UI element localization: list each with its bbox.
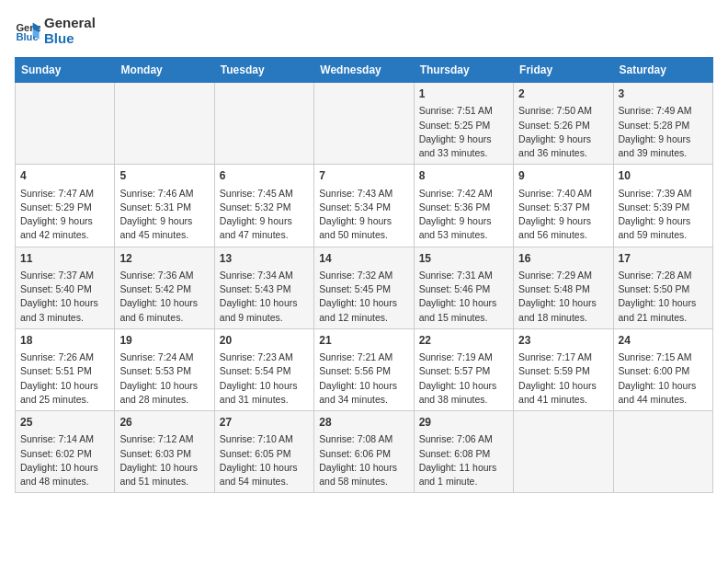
calendar-cell: 21Sunrise: 7:21 AMSunset: 5:56 PMDayligh… — [314, 328, 414, 410]
day-info-text: Sunrise: 7:43 AM — [319, 187, 408, 201]
day-info-text: Daylight: 10 hours and 38 minutes. — [419, 379, 508, 407]
day-info-text: Daylight: 10 hours and 15 minutes. — [419, 296, 508, 324]
day-info-text: Daylight: 10 hours and 34 minutes. — [319, 379, 408, 407]
day-info-text: Sunrise: 7:40 AM — [518, 187, 608, 201]
day-info-text: Daylight: 10 hours and 48 minutes. — [20, 461, 109, 488]
day-info-text: Sunset: 5:28 PM — [619, 119, 708, 132]
calendar-cell: 26Sunrise: 7:12 AMSunset: 6:03 PMDayligh… — [115, 411, 214, 493]
day-info-text: Sunset: 5:29 PM — [20, 201, 109, 214]
day-info-text: Sunset: 5:34 PM — [319, 201, 408, 214]
day-info-text: Sunrise: 7:32 AM — [319, 269, 408, 282]
day-info-text: Sunrise: 7:47 AM — [20, 187, 109, 201]
day-info-text: Sunrise: 7:51 AM — [419, 104, 508, 118]
day-number: 27 — [220, 415, 309, 431]
day-number: 4 — [20, 168, 109, 184]
calendar-cell: 24Sunrise: 7:15 AMSunset: 6:00 PMDayligh… — [613, 328, 712, 410]
day-info-text: Sunset: 5:53 PM — [119, 364, 209, 378]
calendar-cell: 25Sunrise: 7:14 AMSunset: 6:02 PMDayligh… — [16, 411, 115, 493]
calendar-cell: 19Sunrise: 7:24 AMSunset: 5:53 PMDayligh… — [115, 328, 214, 410]
day-info-text: Daylight: 10 hours and 12 minutes. — [319, 296, 408, 324]
day-info-text: Daylight: 9 hours and 50 minutes. — [319, 214, 408, 242]
calendar-cell — [16, 83, 115, 165]
calendar-header-row: SundayMondayTuesdayWednesdayThursdayFrid… — [16, 58, 713, 83]
calendar-cell — [613, 411, 712, 493]
day-number: 17 — [619, 251, 708, 267]
day-info-text: Sunset: 5:46 PM — [419, 282, 508, 296]
day-number: 1 — [419, 86, 508, 102]
calendar-cell: 5Sunrise: 7:46 AMSunset: 5:31 PMDaylight… — [115, 165, 214, 247]
day-info-text: Daylight: 10 hours and 3 minutes. — [20, 296, 109, 324]
day-info-text: Sunset: 5:43 PM — [220, 282, 309, 296]
day-info-text: Sunrise: 7:15 AM — [619, 350, 708, 364]
day-info-text: Sunrise: 7:50 AM — [518, 104, 608, 118]
day-info-text: Sunrise: 7:08 AM — [319, 432, 408, 446]
day-info-text: Daylight: 9 hours and 36 minutes. — [518, 132, 608, 160]
day-info-text: Daylight: 10 hours and 21 minutes. — [619, 296, 708, 324]
calendar-cell: 15Sunrise: 7:31 AMSunset: 5:46 PMDayligh… — [414, 247, 513, 328]
day-info-text: Sunrise: 7:42 AM — [419, 187, 508, 201]
col-header-tuesday: Tuesday — [214, 58, 313, 83]
day-info-text: Daylight: 11 hours and 1 minute. — [419, 461, 508, 488]
day-info-text: Daylight: 10 hours and 54 minutes. — [220, 461, 309, 488]
day-info-text: Daylight: 9 hours and 59 minutes. — [619, 214, 708, 242]
col-header-thursday: Thursday — [414, 58, 513, 83]
calendar-cell — [214, 83, 313, 165]
calendar-cell: 6Sunrise: 7:45 AMSunset: 5:32 PMDaylight… — [214, 165, 313, 247]
day-info-text: Sunrise: 7:21 AM — [319, 350, 408, 364]
day-info-text: Daylight: 9 hours and 53 minutes. — [419, 214, 508, 242]
calendar-week-row: 1Sunrise: 7:51 AMSunset: 5:25 PMDaylight… — [16, 83, 713, 165]
calendar-cell: 28Sunrise: 7:08 AMSunset: 6:06 PMDayligh… — [314, 411, 414, 493]
day-info-text: Daylight: 9 hours and 56 minutes. — [518, 214, 608, 242]
day-info-text: Sunrise: 7:19 AM — [419, 350, 508, 364]
day-number: 24 — [619, 333, 708, 349]
day-info-text: Daylight: 9 hours and 45 minutes. — [119, 214, 209, 242]
calendar-cell: 16Sunrise: 7:29 AMSunset: 5:48 PMDayligh… — [514, 247, 613, 328]
day-number: 10 — [619, 168, 708, 184]
day-number: 25 — [20, 415, 109, 431]
day-number: 8 — [419, 168, 508, 184]
day-info-text: Sunrise: 7:14 AM — [20, 432, 109, 446]
col-header-monday: Monday — [115, 58, 214, 83]
calendar-week-row: 4Sunrise: 7:47 AMSunset: 5:29 PMDaylight… — [16, 165, 713, 247]
day-number: 19 — [119, 333, 209, 349]
day-info-text: Sunrise: 7:45 AM — [220, 187, 309, 201]
calendar-cell: 12Sunrise: 7:36 AMSunset: 5:42 PMDayligh… — [115, 247, 214, 328]
day-info-text: Sunset: 5:56 PM — [319, 364, 408, 378]
logo-blue: Blue — [44, 30, 96, 46]
day-info-text: Sunrise: 7:24 AM — [119, 350, 209, 364]
day-number: 5 — [119, 168, 209, 184]
day-info-text: Sunset: 5:59 PM — [518, 364, 608, 378]
day-info-text: Sunrise: 7:46 AM — [119, 187, 209, 201]
day-number: 18 — [20, 333, 109, 349]
calendar-cell: 29Sunrise: 7:06 AMSunset: 6:08 PMDayligh… — [414, 411, 513, 493]
calendar-week-row: 11Sunrise: 7:37 AMSunset: 5:40 PMDayligh… — [16, 247, 713, 328]
day-info-text: Daylight: 9 hours and 47 minutes. — [220, 214, 309, 242]
day-info-text: Sunset: 6:00 PM — [619, 364, 708, 378]
day-info-text: Daylight: 9 hours and 39 minutes. — [619, 132, 708, 160]
day-number: 22 — [419, 333, 508, 349]
calendar-cell — [115, 83, 214, 165]
calendar-cell: 3Sunrise: 7:49 AMSunset: 5:28 PMDaylight… — [613, 83, 712, 165]
day-info-text: Sunset: 5:40 PM — [20, 282, 109, 296]
day-info-text: Daylight: 10 hours and 58 minutes. — [319, 461, 408, 488]
day-info-text: Sunset: 5:45 PM — [319, 282, 408, 296]
day-info-text: Daylight: 10 hours and 44 minutes. — [619, 379, 708, 407]
logo: General Blue General Blue — [15, 15, 96, 46]
calendar-cell: 20Sunrise: 7:23 AMSunset: 5:54 PMDayligh… — [214, 328, 313, 410]
day-info-text: Daylight: 10 hours and 18 minutes. — [518, 296, 608, 324]
day-number: 29 — [419, 415, 508, 431]
calendar-cell: 14Sunrise: 7:32 AMSunset: 5:45 PMDayligh… — [314, 247, 414, 328]
day-info-text: Sunset: 5:31 PM — [119, 201, 209, 214]
day-info-text: Sunset: 5:54 PM — [220, 364, 309, 378]
day-info-text: Daylight: 10 hours and 6 minutes. — [119, 296, 209, 324]
day-info-text: Daylight: 10 hours and 28 minutes. — [119, 379, 209, 407]
day-number: 16 — [518, 251, 608, 267]
header: General Blue General Blue — [15, 15, 713, 46]
calendar-cell: 11Sunrise: 7:37 AMSunset: 5:40 PMDayligh… — [16, 247, 115, 328]
day-number: 26 — [119, 415, 209, 431]
calendar-cell: 1Sunrise: 7:51 AMSunset: 5:25 PMDaylight… — [414, 83, 513, 165]
day-number: 15 — [419, 251, 508, 267]
calendar-cell: 8Sunrise: 7:42 AMSunset: 5:36 PMDaylight… — [414, 165, 513, 247]
day-info-text: Sunrise: 7:23 AM — [220, 350, 309, 364]
day-info-text: Daylight: 9 hours and 33 minutes. — [419, 132, 508, 160]
